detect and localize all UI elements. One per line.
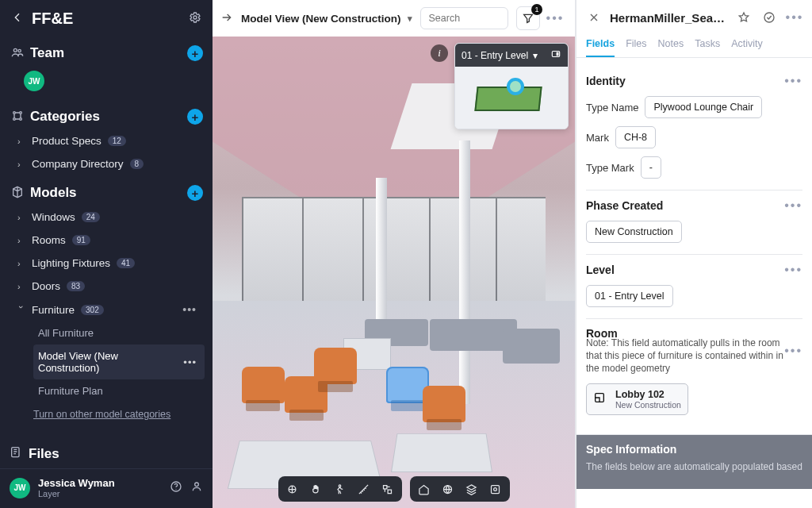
chevron-down-icon: ▾ — [533, 50, 538, 61]
room-sub: New Construction — [615, 400, 681, 410]
tab-fields[interactable]: Fields — [586, 32, 615, 57]
tab-tasks[interactable]: Tasks — [695, 32, 720, 57]
more-icon[interactable]: ••• — [785, 8, 804, 27]
panel-tabs: Fields Files Notes Tasks Activity — [576, 32, 812, 58]
viewer-toolbar: Model View (New Construction) ▾ 1 ••• — [213, 0, 575, 37]
viewer-geometry — [459, 140, 470, 405]
minimap-toggle-icon[interactable] — [550, 48, 561, 62]
measure-tool-button[interactable] — [353, 479, 375, 498]
files-section-header[interactable]: Files — [0, 439, 213, 468]
mark-label: Mark — [586, 132, 609, 144]
search — [420, 7, 508, 29]
layers-button[interactable] — [461, 479, 483, 498]
categories-icon — [11, 110, 24, 125]
chevron-right-icon: › — [17, 282, 25, 291]
count-badge: 41 — [117, 258, 135, 268]
count-badge: 83 — [67, 281, 85, 291]
svg-point-2 — [18, 49, 21, 52]
type-mark-label: Type Mark — [586, 162, 634, 174]
room-chip[interactable]: Lobby 102 New Construction — [586, 383, 688, 415]
identity-section: Identity ••• Type Name Plywood Lounge Ch… — [586, 66, 802, 190]
models-title: Models — [30, 185, 77, 201]
level-selector[interactable]: 01 - Entry Level ▾ — [455, 44, 568, 67]
close-icon[interactable] — [584, 8, 603, 27]
orbit-tool-button[interactable] — [282, 479, 304, 498]
svg-point-3 — [13, 111, 16, 114]
home-view-button[interactable] — [413, 479, 435, 498]
section-more-icon[interactable]: ••• — [784, 74, 802, 88]
chevron-right-icon: › — [17, 236, 25, 245]
tab-files[interactable]: Files — [626, 32, 646, 57]
sidebar-item-doors[interactable]: › Doors 83 — [10, 275, 205, 298]
check-circle-icon[interactable] — [760, 8, 779, 27]
add-category-button[interactable]: + — [187, 109, 203, 125]
breadcrumb[interactable]: Model View (New Construction) ▾ — [241, 13, 412, 25]
arrow-right-icon[interactable] — [220, 11, 233, 26]
categories-title: Categories — [30, 109, 100, 125]
section-more-icon[interactable]: ••• — [784, 344, 802, 358]
team-member-avatar[interactable]: JW — [24, 71, 44, 91]
user-avatar[interactable]: JW — [10, 478, 30, 498]
viewer-object-chair[interactable] — [423, 386, 465, 422]
details-panel: HermanMiller_Seati... ••• Fields Files N… — [576, 0, 812, 508]
minimap[interactable] — [455, 67, 568, 129]
sidebar-sub-furniture-plan[interactable]: Furniture Plan — [33, 379, 205, 402]
more-button[interactable]: ••• — [543, 6, 567, 30]
gear-icon[interactable] — [189, 11, 201, 26]
type-mark-value[interactable]: - — [641, 156, 661, 179]
globe-view-button[interactable] — [437, 479, 459, 498]
section-title: Level — [586, 264, 615, 276]
more-icon[interactable]: ••• — [179, 303, 200, 316]
viewer-object-chair[interactable] — [242, 367, 285, 403]
tab-activity[interactable]: Activity — [731, 32, 763, 57]
info-icon[interactable]: i — [431, 44, 448, 62]
more-icon[interactable]: ••• — [180, 356, 200, 368]
viewer-object-table[interactable] — [390, 434, 492, 473]
star-icon[interactable] — [734, 8, 753, 27]
sidebar-item-product-specs[interactable]: › Product Specs 12 — [10, 129, 205, 152]
phase-section: Phase Created ••• New Construction — [586, 190, 802, 254]
pan-tool-button[interactable] — [305, 479, 327, 498]
walk-tool-button[interactable] — [329, 479, 351, 498]
help-icon[interactable] — [170, 480, 182, 495]
viewer-object-chair[interactable] — [314, 348, 357, 384]
panel-body: Identity ••• Type Name Plywood Lounge Ch… — [576, 58, 812, 508]
settings-view-button[interactable] — [485, 479, 507, 498]
type-name-value[interactable]: Plywood Lounge Chair — [645, 96, 762, 118]
svg-rect-16 — [492, 485, 500, 493]
sidebar-item-rooms[interactable]: › Rooms 91 — [10, 229, 205, 252]
spec-note: The fields below are automatically popul… — [586, 460, 802, 473]
level-value[interactable]: 01 - Entry Level — [586, 285, 673, 307]
files-icon — [10, 445, 22, 462]
count-badge: 8 — [130, 159, 144, 169]
model-viewer[interactable]: i 01 - Entry Level ▾ — [213, 37, 575, 508]
tab-notes[interactable]: Notes — [658, 32, 684, 57]
spec-section: Spec Information The fields below are au… — [576, 434, 812, 489]
svg-point-9 — [175, 489, 176, 490]
filter-button[interactable]: 1 — [516, 6, 540, 30]
chevron-down-icon: › — [17, 306, 26, 314]
sidebar-sub-all-furniture[interactable]: All Furniture — [33, 321, 205, 344]
sidebar-item-company-directory[interactable]: › Company Directory 8 — [10, 152, 205, 175]
sidebar-sub-model-view[interactable]: Model View (New Construction) ••• — [33, 344, 205, 379]
sidebar-item-windows[interactable]: › Windows 24 — [10, 206, 205, 229]
viewer-object-sofa[interactable] — [503, 329, 560, 364]
chevron-right-icon: › — [17, 137, 25, 146]
mark-value[interactable]: CH-8 — [615, 126, 656, 148]
back-icon[interactable] — [11, 11, 24, 26]
viewer-nav-tools — [278, 476, 510, 502]
svg-point-0 — [193, 16, 197, 19]
sidebar-item-lighting[interactable]: › Lighting Fixtures 41 — [10, 252, 205, 275]
room-icon — [593, 391, 609, 407]
turn-on-categories-link[interactable]: Turn on other model categories — [10, 402, 205, 423]
add-model-button[interactable]: + — [187, 185, 203, 201]
search-input[interactable] — [420, 7, 508, 29]
sidebar-item-furniture[interactable]: › Furniture 302 ••• — [10, 298, 205, 321]
section-more-icon[interactable]: ••• — [784, 263, 802, 277]
phase-value[interactable]: New Construction — [586, 221, 682, 243]
section-more-icon[interactable]: ••• — [784, 198, 802, 213]
svg-point-1 — [13, 48, 17, 52]
profile-icon[interactable] — [190, 480, 203, 495]
section-tool-button[interactable] — [377, 479, 399, 498]
add-team-button[interactable]: + — [187, 45, 203, 61]
